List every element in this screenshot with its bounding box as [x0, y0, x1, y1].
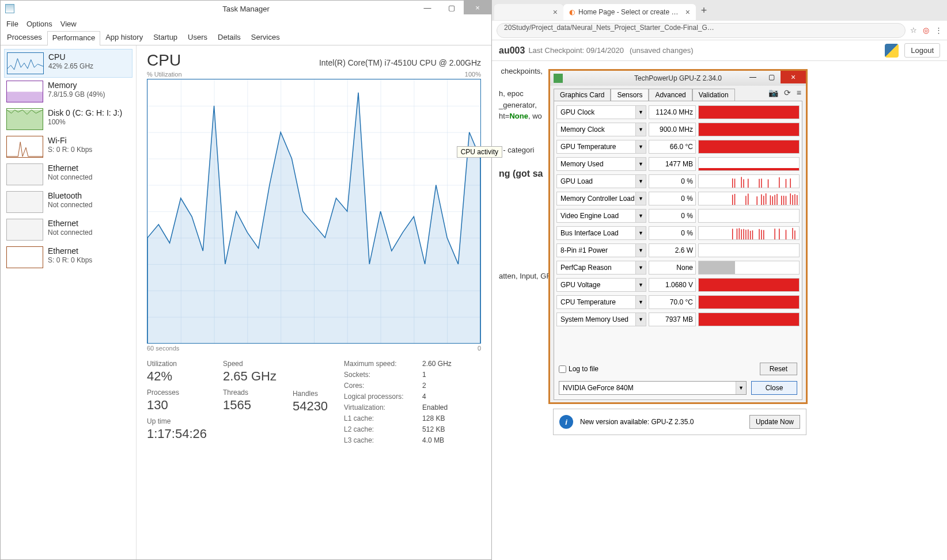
- svg-rect-36: [741, 229, 741, 240]
- sensor-row: PerfCap Reason▼None: [556, 259, 800, 276]
- unsaved-text: (unsaved changes): [630, 46, 694, 55]
- tab-startup[interactable]: Startup: [148, 31, 183, 45]
- sidebar-item-disk[interactable]: Disk 0 (C: G: H: I: J:)100%: [4, 105, 132, 133]
- sensor-value: 0 %: [649, 174, 696, 188]
- sidebar-item-wifi[interactable]: Wi-FiS: 0 R: 0 Kbps: [4, 133, 132, 161]
- log-checkbox[interactable]: Log to file: [559, 365, 598, 373]
- sensor-graph: [698, 174, 800, 188]
- titlebar[interactable]: Task Manager — ▢ ×: [1, 1, 491, 17]
- close-button[interactable]: ×: [781, 71, 806, 83]
- tab-services[interactable]: Services: [246, 31, 285, 45]
- sidebar-label: Ethernet: [48, 246, 92, 256]
- l3-label: L3 cache:: [344, 436, 416, 444]
- hamburger-icon[interactable]: ≡: [797, 88, 801, 97]
- chevron-down-icon: ▼: [635, 123, 646, 136]
- svg-rect-14: [732, 195, 733, 205]
- l1-value: 128 KB: [422, 414, 445, 422]
- sensor-name-dropdown[interactable]: System Memory Used▼: [556, 313, 646, 326]
- tab-details[interactable]: Details: [213, 31, 246, 45]
- reset-button[interactable]: Reset: [760, 363, 797, 375]
- chevron-down-icon: ▼: [736, 382, 746, 394]
- sensor-value: 7937 MB: [649, 313, 696, 326]
- tab-performance[interactable]: Performance: [47, 31, 100, 45]
- sensor-name-dropdown[interactable]: 8-Pin #1 Power▼: [556, 243, 646, 257]
- menu-options[interactable]: Options: [26, 20, 52, 28]
- svg-rect-34: [737, 228, 737, 239]
- minimize-button[interactable]: —: [415, 1, 440, 14]
- sensor-name-dropdown[interactable]: GPU Temperature▼: [556, 140, 646, 154]
- browser-tab-2[interactable]: ◐ Home Page - Select or create a n ×: [563, 4, 696, 20]
- sensor-graph: [698, 105, 800, 119]
- sensor-name-dropdown[interactable]: Memory Controller Load▼: [556, 192, 646, 205]
- chevron-down-icon: ▼: [635, 244, 646, 257]
- svg-rect-32: [797, 195, 797, 205]
- logout-button[interactable]: Logout: [904, 43, 940, 58]
- tab-users[interactable]: Users: [183, 31, 213, 45]
- jupyter-header: au003 Last Checkpoint: 09/14/2020 (unsav…: [492, 40, 947, 61]
- tab-apphistory[interactable]: App history: [100, 31, 148, 45]
- sensor-name-dropdown[interactable]: GPU Voltage▼: [556, 278, 646, 292]
- tab-sensors[interactable]: Sensors: [611, 89, 649, 101]
- svg-rect-17: [748, 193, 748, 204]
- menu-view[interactable]: View: [60, 20, 77, 28]
- sidebar-item-ethernet-2[interactable]: EthernetNot connected: [4, 216, 132, 243]
- cpu-chart[interactable]: CPU activity: [147, 79, 481, 344]
- panel-title: CPU: [147, 51, 181, 70]
- sensor-name-dropdown[interactable]: PerfCap Reason▼: [556, 261, 646, 275]
- browser-tab-1[interactable]: ×: [494, 4, 563, 20]
- speed-value: 2.65 GHz: [223, 369, 276, 384]
- tab-advanced[interactable]: Advanced: [649, 89, 692, 101]
- sensor-name-dropdown[interactable]: Memory Used▼: [556, 157, 646, 171]
- sidebar-item-ethernet-3[interactable]: EthernetS: 0 R: 0 Kbps: [4, 243, 132, 271]
- titlebar[interactable]: TechPowerUp GPU-Z 2.34.0 — ▢ ×: [550, 71, 806, 86]
- camera-icon[interactable]: 📷: [768, 88, 778, 97]
- sidebar-item-bluetooth[interactable]: BluetoothNot connected: [4, 188, 132, 216]
- star-icon[interactable]: ☆: [910, 26, 917, 35]
- new-tab-button[interactable]: +: [696, 2, 712, 18]
- sidebar-label: Memory: [48, 81, 105, 90]
- device-select[interactable]: NVIDIA GeForce 840M▼: [559, 381, 747, 395]
- util-label: Utilization: [147, 360, 207, 368]
- sensor-name-dropdown[interactable]: GPU Load▼: [556, 174, 646, 188]
- sensor-row: Bus Interface Load▼0 %: [556, 224, 800, 242]
- sensor-name-dropdown[interactable]: GPU Clock▼: [556, 105, 646, 119]
- extension-icon[interactable]: ◎: [923, 26, 929, 35]
- threads-value: 1565: [223, 398, 276, 413]
- svg-rect-37: [743, 229, 744, 240]
- refresh-icon[interactable]: ⟳: [784, 88, 791, 97]
- sidebar-sub: Not connected: [48, 201, 92, 209]
- sensor-name-dropdown[interactable]: Video Engine Load▼: [556, 209, 646, 223]
- svg-rect-27: [783, 196, 784, 205]
- sensor-name-dropdown[interactable]: Bus Interface Load▼: [556, 226, 646, 240]
- chevron-down-icon: ▼: [635, 296, 646, 308]
- menu-file[interactable]: File: [6, 20, 18, 28]
- sidebar-item-ethernet-1[interactable]: EthernetNot connected: [4, 161, 132, 188]
- sensor-graph: [698, 295, 800, 309]
- notebook-name[interactable]: au003: [499, 45, 525, 56]
- close-button-2[interactable]: Close: [751, 381, 797, 395]
- gpuz-icon: [554, 74, 563, 83]
- sensor-graph: [698, 313, 800, 326]
- close-button[interactable]: ×: [464, 1, 491, 14]
- sensor-name-dropdown[interactable]: Memory Clock▼: [556, 123, 646, 136]
- tab-graphics-card[interactable]: Graphics Card: [554, 89, 611, 101]
- update-now-button[interactable]: Update Now: [749, 415, 800, 429]
- url-input[interactable]: 20Study/Project_data/Neural_Nets_Project…: [497, 23, 906, 38]
- sensor-row: GPU Load▼0 %: [556, 173, 800, 190]
- sensor-row: System Memory Used▼7937 MB: [556, 311, 800, 328]
- maximize-button[interactable]: ▢: [440, 1, 464, 14]
- axis-bottom-left: 60 seconds: [147, 345, 179, 352]
- sensor-name-dropdown[interactable]: CPU Temperature▼: [556, 295, 646, 309]
- close-icon[interactable]: ×: [553, 7, 558, 17]
- sidebar-label: CPU: [48, 52, 93, 62]
- sidebar-item-memory[interactable]: Memory7.8/15.9 GB (49%): [4, 78, 132, 105]
- minimize-button[interactable]: —: [744, 71, 762, 83]
- sensor-value: None: [649, 261, 696, 275]
- tab-validation[interactable]: Validation: [692, 89, 735, 101]
- close-icon[interactable]: ×: [685, 7, 690, 17]
- menu-icon[interactable]: ⋮: [935, 26, 942, 35]
- sidebar-item-cpu[interactable]: CPU42% 2.65 GHz: [4, 49, 132, 78]
- tab-processes[interactable]: Processes: [2, 31, 47, 45]
- maximize-button[interactable]: ▢: [762, 71, 781, 83]
- chart-tooltip: CPU activity: [457, 146, 502, 158]
